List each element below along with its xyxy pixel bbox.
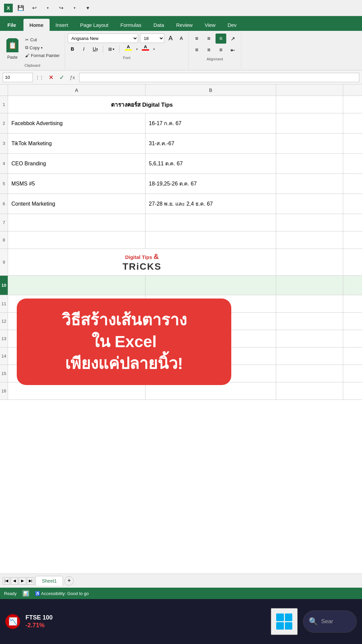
cell-5c[interactable] bbox=[276, 174, 343, 194]
column-header-b[interactable]: B bbox=[145, 85, 276, 96]
cell-7b[interactable] bbox=[145, 214, 276, 231]
font-size-increase-button[interactable]: A bbox=[166, 34, 175, 43]
cell-3b[interactable]: 31-ส.ค.-67 bbox=[145, 133, 276, 153]
cell-7c[interactable] bbox=[276, 214, 343, 231]
cell-9c[interactable] bbox=[276, 249, 343, 275]
column-header-c[interactable] bbox=[276, 85, 343, 96]
cancel-formula-button[interactable]: ✕ bbox=[46, 73, 56, 82]
stock-change: -2.71% bbox=[25, 622, 53, 629]
cell-10a[interactable] bbox=[8, 276, 145, 295]
cell-2b[interactable]: 16-17 ก.ค. 67 bbox=[145, 113, 276, 133]
align-left-button[interactable]: ≡ bbox=[191, 45, 202, 55]
highlight-color-button[interactable]: A bbox=[123, 44, 134, 54]
indent-decrease-button[interactable]: ⇤ bbox=[228, 45, 238, 55]
redo-button[interactable]: ↪ bbox=[56, 3, 66, 13]
tab-data[interactable]: Data bbox=[147, 19, 170, 31]
cell-4b[interactable]: 5,6,11 ต.ค. 67 bbox=[145, 154, 276, 173]
cell-16c[interactable] bbox=[276, 382, 343, 399]
customize-qat-button[interactable]: ▾ bbox=[82, 3, 93, 13]
cell-8c[interactable] bbox=[276, 231, 343, 249]
win-square-1 bbox=[276, 613, 284, 621]
tab-insert[interactable]: Insert bbox=[50, 19, 74, 31]
cell-2a[interactable]: Facebbok Advertising bbox=[8, 113, 145, 133]
row-number-14: 14 bbox=[0, 347, 8, 365]
copy-label: Copy bbox=[29, 45, 40, 50]
tab-review[interactable]: Review bbox=[170, 19, 199, 31]
format-painter-button[interactable]: 🖌 Format Painter bbox=[23, 52, 61, 59]
expand-formula-button[interactable]: ⋮⋮ bbox=[35, 73, 44, 82]
copy-button[interactable]: ⧉ Copy ▾ bbox=[23, 44, 44, 51]
tab-file[interactable]: File bbox=[0, 19, 23, 31]
font-color-button[interactable]: A bbox=[140, 44, 151, 54]
column-header-a[interactable]: A bbox=[8, 85, 145, 96]
cell-6b[interactable]: 27-28 พ.ย. และ 2,4 ธ.ค. 67 bbox=[145, 194, 276, 214]
font-size-decrease-button[interactable]: A bbox=[177, 34, 186, 43]
bold-button[interactable]: B bbox=[68, 44, 77, 54]
sheet-nav-prev-button[interactable]: ◀ bbox=[11, 577, 18, 585]
sheet-nav-first-button[interactable]: |◀ bbox=[3, 577, 10, 585]
cell-value: 18-19,25-26 ต.ค. 67 bbox=[149, 179, 197, 188]
undo-button[interactable]: ↩ bbox=[29, 3, 40, 13]
cell-7a[interactable] bbox=[8, 214, 145, 231]
confirm-formula-button[interactable]: ✓ bbox=[57, 73, 66, 82]
cell-10c[interactable] bbox=[276, 276, 343, 295]
table-row: 8 bbox=[0, 231, 362, 249]
align-center-button[interactable]: ≡ bbox=[203, 45, 214, 55]
redo-dropdown-button[interactable]: ▾ bbox=[69, 3, 80, 13]
formula-input[interactable] bbox=[79, 73, 359, 82]
sheet-nav-next-button[interactable]: ▶ bbox=[19, 577, 26, 585]
sheet-tab-sheet1[interactable]: Sheet1 bbox=[36, 576, 63, 586]
cell-5a[interactable]: MSMS #5 bbox=[8, 174, 145, 194]
cell-13c[interactable] bbox=[276, 330, 343, 347]
tab-page-layout[interactable]: Page Layout bbox=[74, 19, 114, 31]
highlight-dropdown-icon[interactable]: ▾ bbox=[136, 47, 138, 51]
tab-view[interactable]: View bbox=[199, 19, 222, 31]
merged-header-cell[interactable]: ตารางคอร์ส Digital Tips bbox=[8, 96, 276, 113]
accessibility-text: Accessibility: Good to go bbox=[41, 591, 88, 596]
paste-button[interactable]: 📋 Paste bbox=[3, 35, 21, 61]
cell-10b[interactable] bbox=[145, 276, 276, 295]
font-size-selector[interactable]: 18 bbox=[140, 34, 164, 43]
cell-6c[interactable] bbox=[276, 194, 343, 214]
sheet-nav-last-button[interactable]: ▶| bbox=[27, 577, 34, 585]
table-row: 2 Facebbok Advertising 16-17 ก.ค. 67 bbox=[0, 113, 362, 133]
align-middle-button[interactable]: ≡ bbox=[203, 34, 214, 44]
cell-8a[interactable] bbox=[8, 231, 145, 249]
cut-button[interactable]: ✂ Cut bbox=[23, 36, 39, 43]
cell-12c[interactable] bbox=[276, 313, 343, 330]
cell-1c[interactable] bbox=[276, 96, 343, 113]
cell-reference-box[interactable]: 10 bbox=[3, 73, 33, 82]
tab-dev[interactable]: Dev bbox=[222, 19, 243, 31]
cell-5b[interactable]: 18-19,25-26 ต.ค. 67 bbox=[145, 174, 276, 194]
tab-home[interactable]: Home bbox=[23, 19, 50, 31]
save-button[interactable]: 💾 bbox=[15, 3, 26, 13]
win-square-4 bbox=[285, 622, 293, 630]
align-bottom-button[interactable]: ≡ bbox=[216, 34, 226, 44]
angle-text-button[interactable]: ↗ bbox=[228, 34, 238, 44]
align-right-button[interactable]: ≡ bbox=[216, 45, 226, 55]
win-square-2 bbox=[285, 613, 293, 621]
tab-formulas[interactable]: Formulas bbox=[114, 19, 147, 31]
cell-11c[interactable] bbox=[276, 295, 343, 312]
cell-6a[interactable]: Content Marketing bbox=[8, 194, 145, 214]
cell-3c[interactable] bbox=[276, 133, 343, 153]
font-color-dropdown-icon[interactable]: ▾ bbox=[153, 47, 155, 51]
undo-dropdown-button[interactable]: ▾ bbox=[42, 3, 53, 13]
cell-14c[interactable] bbox=[276, 347, 343, 365]
align-top-button[interactable]: ≡ bbox=[191, 34, 202, 44]
cell-3a[interactable]: TikTok Marketing bbox=[8, 133, 145, 153]
cell-4c[interactable] bbox=[276, 154, 343, 173]
windows-start-button[interactable] bbox=[271, 608, 298, 635]
add-sheet-button[interactable]: + bbox=[64, 576, 74, 586]
cell-15c[interactable] bbox=[276, 365, 343, 382]
cell-2c[interactable] bbox=[276, 113, 343, 133]
insert-function-button[interactable]: ƒx bbox=[68, 73, 77, 82]
font-name-selector[interactable]: Angsana New bbox=[68, 34, 138, 43]
underline-button[interactable]: U ▾ bbox=[90, 44, 100, 54]
italic-button[interactable]: I bbox=[79, 44, 88, 54]
accessibility-icon: ♿ bbox=[35, 591, 40, 596]
search-button[interactable]: 🔍 Sear bbox=[303, 610, 357, 633]
cell-8b[interactable] bbox=[145, 231, 276, 249]
cell-4a[interactable]: CEO Branding bbox=[8, 154, 145, 173]
borders-button[interactable]: ⊞ ▾ bbox=[106, 46, 116, 53]
